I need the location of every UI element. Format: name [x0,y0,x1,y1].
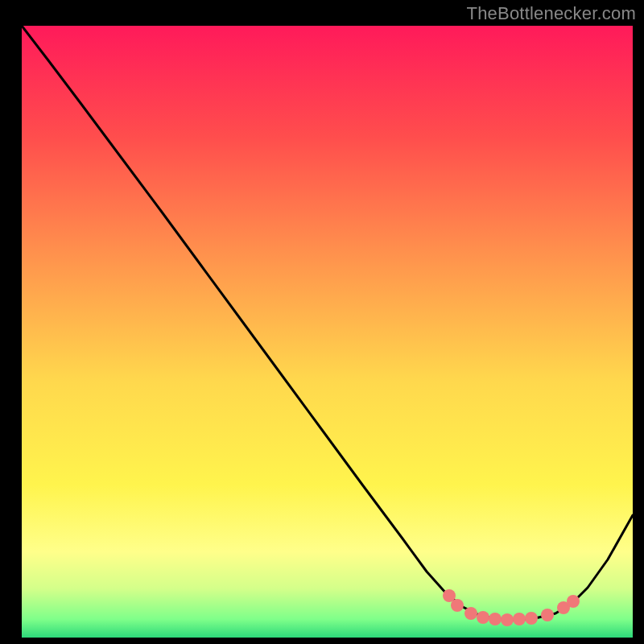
curve-marker [451,599,464,612]
curve-marker [501,613,514,626]
attribution-text: TheBottlenecker.com [467,3,636,24]
curve-marker [525,612,538,625]
curve-marker [513,613,526,625]
chart-frame: { "attribution": "TheBottlenecker.com", … [0,0,644,644]
chart-svg [0,0,644,644]
curve-marker [477,611,489,624]
curve-marker [567,595,580,608]
heatmap-background [22,26,633,638]
curve-marker [541,609,554,621]
curve-marker [464,607,477,620]
curve-marker [489,613,502,625]
